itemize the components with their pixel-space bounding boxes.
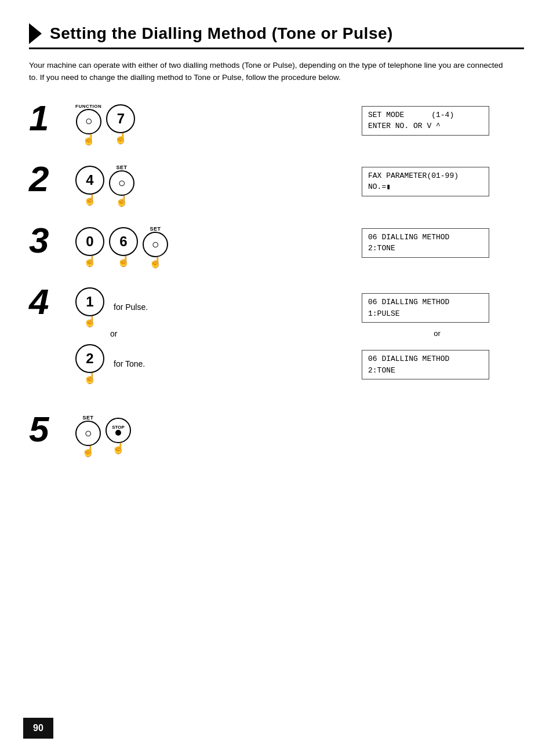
step-3-row: 3 0 ☝️ 6 ☝️ SET ◯ ☝️ [29,222,524,268]
set-button-2[interactable]: ◯ [109,170,134,196]
function-label: FUNCTION [75,104,101,109]
key-4-button[interactable]: 4 [75,166,104,195]
hand-icon-2: ☝️ [83,373,96,384]
stop-button-group: STOP ☝️ [105,418,131,454]
step-5-row: 5 SET ◯ ☝️ STOP ☝️ [29,411,524,456]
step-4-or-row: or or [75,329,524,338]
step-4-pulse-left: 1 ☝️ for Pulse. [75,284,362,327]
page-number: 90 [23,718,53,739]
for-tone-label: for Tone. [114,359,145,368]
key-2-button-group: 2 ☝️ [75,344,104,384]
set-label-5: SET [82,415,93,421]
set-label-3: SET [150,226,161,232]
step-3-left: 0 ☝️ 6 ☝️ SET ◯ ☝️ [75,222,362,268]
key-0-button-group: 0 ☝️ [75,227,104,266]
set-button-3[interactable]: ◯ [143,232,168,257]
key-0-button[interactable]: 0 [75,227,104,256]
key-7-button[interactable]: 7 [106,104,135,133]
step-3-content: 0 ☝️ 6 ☝️ SET ◯ ☝️ 06 DIALLING [75,222,524,268]
intro-text: Your machine can operate with either of … [29,60,504,84]
key-7-button-group: 7 ☝️ [106,104,135,144]
function-button[interactable]: ◯ [76,109,101,134]
step-2-number: 2 [29,161,75,197]
step-4-number: 4 [29,284,75,320]
step-1-content: FUNCTION ◯ ☝️ 7 ☝️ SET MODE (1-4) ENTER … [75,100,524,145]
key-6-button[interactable]: 6 [109,227,138,256]
step-4-tone-display: 06 DIALLING METHOD 2:TONE [362,344,524,379]
step-3-number: 3 [29,222,75,258]
or-label-1: or [110,329,117,338]
hand-icon-0: ☝️ [83,256,96,266]
step-4-tone-left: 2 ☝️ for Tone. [75,341,362,384]
step-5-number: 5 [29,411,75,447]
set-button-group-3: SET ◯ ☝️ [143,226,168,268]
step-3-display: 06 DIALLING METHOD 2:TONE [362,222,524,258]
lcd-display-3: 06 DIALLING METHOD 2:TONE [362,228,489,258]
step-1-number: 1 [29,100,75,136]
set-button-group-2: SET ◯ ☝️ [109,165,134,206]
key-1-button[interactable]: 1 [75,287,104,316]
lcd-display-4-tone: 06 DIALLING METHOD 2:TONE [362,350,489,379]
stop-button[interactable]: STOP [105,418,131,443]
step-2-display: FAX PARAMETER(01-99) NO.=▮ [362,161,524,196]
key-2-button[interactable]: 2 [75,344,104,373]
set-button-group-5: SET ◯ ☝️ [75,415,101,456]
hand-icon-6: ☝️ [117,256,130,266]
hand-icon-function: ☝️ [82,134,95,145]
key-1-button-group: 1 ☝️ [75,287,104,327]
lcd-display-2: FAX PARAMETER(01-99) NO.=▮ [362,167,489,196]
lcd-display-1: SET MODE (1-4) ENTER NO. OR V ^ [362,106,489,136]
set-button-5[interactable]: ◯ [75,421,101,446]
step-5-left: SET ◯ ☝️ STOP ☝️ [75,411,524,456]
hand-icon-stop: ☝️ [112,443,125,454]
hand-icon-set-2: ☝️ [115,196,128,206]
header-arrow-icon [29,23,42,44]
step-4-pulse-row: 1 ☝️ for Pulse. 06 DIALLING METHOD 1:PUL… [75,284,524,327]
step-4-tone-row: 2 ☝️ for Tone. 06 DIALLING METHOD 2:TONE [75,341,524,384]
page-header: Setting the Dialling Method (Tone or Pul… [29,23,524,49]
key-6-button-group: 6 ☝️ [109,227,138,266]
step-1-row: 1 FUNCTION ◯ ☝️ 7 ☝️ SET MODE (1- [29,100,524,145]
lcd-display-4-pulse: 06 DIALLING METHOD 1:PULSE [362,293,489,323]
for-pulse-label: for Pulse. [114,302,148,312]
step-4-content: 1 ☝️ for Pulse. 06 DIALLING METHOD 1:PUL… [75,284,524,384]
key-4-button-group: 4 ☝️ [75,166,104,205]
step-2-content: 4 ☝️ SET ◯ ☝️ FAX PARAMETER(01-99) NO.=▮ [75,161,524,206]
step-4-pulse-display: 06 DIALLING METHOD 1:PULSE [362,287,524,323]
function-button-group: FUNCTION ◯ ☝️ [75,104,101,145]
hand-icon-set-3: ☝️ [149,257,162,268]
step-1-display: SET MODE (1-4) ENTER NO. OR V ^ [362,100,524,136]
step-1-left: FUNCTION ◯ ☝️ 7 ☝️ [75,100,362,145]
page-title: Setting the Dialling Method (Tone or Pul… [50,24,393,43]
or-label-display: or [339,329,501,338]
step-4-row: 4 1 ☝️ for Pulse. 06 DIALLING METHOD 1:P… [29,284,524,384]
steps-container: 1 FUNCTION ◯ ☝️ 7 ☝️ SET MODE (1- [29,100,524,473]
hand-icon-7: ☝️ [114,133,127,144]
hand-icon-set-5: ☝️ [82,446,94,456]
step-2-row: 2 4 ☝️ SET ◯ ☝️ FAX PARAMETER(01-99) N [29,161,524,206]
page-footer: 90 [23,718,53,739]
set-label-2: SET [116,165,127,170]
hand-icon-4: ☝️ [83,195,96,205]
step-2-left: 4 ☝️ SET ◯ ☝️ [75,161,362,206]
hand-icon-1: ☝️ [83,316,96,327]
step-5-content: SET ◯ ☝️ STOP ☝️ [75,411,524,456]
